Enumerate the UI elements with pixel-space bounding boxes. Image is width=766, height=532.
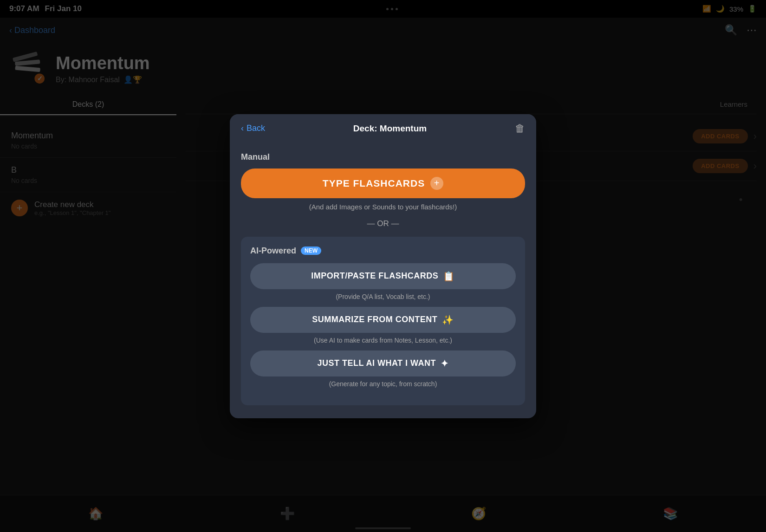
type-flashcards-button[interactable]: TYPE FLASHCARDS + — [241, 169, 525, 198]
summarize-button[interactable]: SUMMARIZE FROM CONTENT ✨ — [250, 307, 516, 333]
or-divider: — OR — — [241, 219, 525, 228]
tell-ai-button[interactable]: JUST TELL AI WHAT I WANT ✦ — [250, 350, 516, 376]
modal-body: Manual TYPE FLASHCARDS + (And add Images… — [230, 143, 536, 418]
modal-back-chevron-icon: ‹ — [241, 123, 244, 133]
import-icon: 📋 — [443, 271, 455, 282]
modal-title: Deck: Momentum — [353, 123, 427, 134]
summarize-icon: ✨ — [442, 314, 454, 325]
type-flashcards-label: TYPE FLASHCARDS — [323, 178, 425, 189]
manual-section-label: Manual — [241, 152, 525, 162]
type-flashcards-hint: (And add Images or Sounds to your flashc… — [241, 203, 525, 211]
ai-label-row: AI-Powered NEW — [250, 246, 516, 256]
import-paste-button[interactable]: IMPORT/PASTE FLASHCARDS 📋 — [250, 263, 516, 289]
summarize-hint: (Use AI to make cards from Notes, Lesson… — [250, 337, 516, 344]
modal-overlay[interactable]: ‹ Back Deck: Momentum 🗑 Manual TYPE FLAS… — [0, 0, 766, 532]
tell-ai-icon: ✦ — [441, 358, 449, 369]
modal-header: ‹ Back Deck: Momentum 🗑 — [230, 114, 536, 143]
modal-back-label: Back — [247, 123, 265, 133]
type-flashcards-plus-icon: + — [430, 177, 443, 190]
modal-back-button[interactable]: ‹ Back — [241, 123, 265, 133]
import-paste-label: IMPORT/PASTE FLASHCARDS — [311, 271, 438, 281]
ai-section: AI-Powered NEW IMPORT/PASTE FLASHCARDS 📋… — [241, 237, 525, 405]
tell-ai-label: JUST TELL AI WHAT I WANT — [317, 358, 436, 368]
new-badge: NEW — [301, 247, 321, 255]
tell-ai-hint: (Generate for any topic, from scratch) — [250, 380, 516, 388]
import-hint: (Provide Q/A list, Vocab list, etc.) — [250, 293, 516, 300]
trash-icon[interactable]: 🗑 — [515, 123, 525, 135]
summarize-label: SUMMARIZE FROM CONTENT — [312, 315, 437, 324]
ai-section-label: AI-Powered — [250, 246, 296, 256]
add-cards-modal: ‹ Back Deck: Momentum 🗑 Manual TYPE FLAS… — [230, 114, 536, 418]
